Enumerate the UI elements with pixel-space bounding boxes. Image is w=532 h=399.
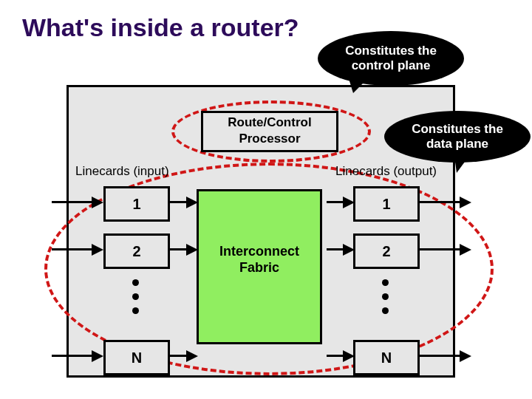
arrow-in-n: [52, 355, 93, 357]
control-plane-bubble-tail: [347, 74, 372, 93]
arrow-in-1-head: [92, 197, 103, 208]
arrow-mid-in-2-head: [186, 244, 198, 256]
arrow-mid-in-1-head: [186, 197, 198, 208]
arrow-out-n: [420, 355, 461, 357]
input-linecard-1: 1: [103, 186, 170, 222]
input-ellipsis: [132, 272, 139, 321]
data-plane-text: Constitutes the data plane: [412, 122, 503, 151]
control-plane-bubble: Constitutes the control plane: [318, 31, 464, 86]
arrow-mid-out-2: [327, 248, 344, 250]
arrow-out-n-head: [460, 350, 471, 362]
fabric-label: Interconnect Fabric: [219, 244, 299, 275]
output-ellipsis: [381, 272, 389, 321]
arrow-mid-out-n-head: [343, 350, 355, 362]
interconnect-fabric: Interconnect Fabric: [197, 189, 322, 344]
input-linecards-label: Linecards (input): [75, 164, 169, 179]
arrow-in-1: [52, 201, 93, 203]
output-linecard-2: 2: [353, 233, 420, 269]
output-linecard-n: N: [353, 340, 420, 375]
diagram-stage: What's inside a router? Route/Control Pr…: [0, 0, 532, 399]
route-control-processor: Route/Control Processor: [201, 111, 338, 152]
arrow-in-n-head: [92, 350, 103, 362]
arrow-in-2-head: [92, 244, 103, 256]
arrow-mid-in-2: [170, 248, 188, 250]
output-linecards-label: Linecards (output): [335, 164, 437, 179]
arrow-in-2: [52, 248, 93, 250]
arrow-out-2-head: [460, 244, 471, 256]
arrow-out-1: [420, 201, 461, 203]
arrow-mid-in-n: [170, 355, 188, 357]
input-linecard-2: 2: [103, 233, 170, 269]
arrow-mid-out-1-head: [343, 197, 355, 208]
output-linecard-1: 1: [353, 186, 420, 222]
diagram-title: What's inside a router?: [22, 13, 299, 42]
arrow-mid-out-1: [327, 201, 344, 203]
arrow-mid-out-n: [327, 355, 344, 357]
input-linecard-n: N: [103, 340, 170, 375]
control-plane-text: Constitutes the control plane: [345, 44, 437, 73]
arrow-mid-out-2-head: [343, 244, 355, 256]
arrow-mid-in-1: [170, 201, 188, 203]
arrow-mid-in-n-head: [186, 350, 198, 362]
processor-label: Route/Control Processor: [228, 115, 311, 146]
arrow-out-2: [420, 248, 461, 250]
arrow-out-1-head: [460, 197, 471, 208]
data-plane-bubble-tail: [454, 151, 473, 173]
